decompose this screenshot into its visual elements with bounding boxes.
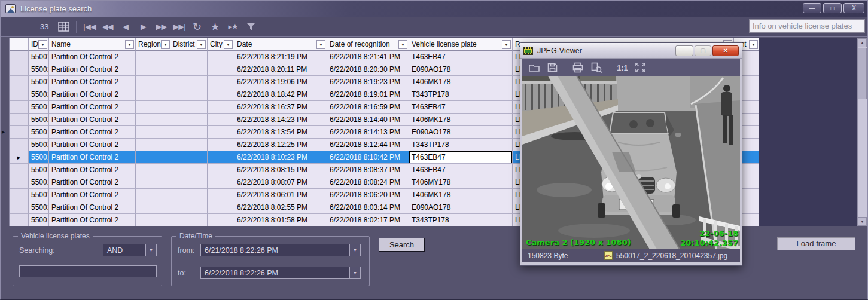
search-button[interactable]: Search	[379, 238, 425, 252]
cell-district[interactable]	[170, 114, 208, 126]
cell-id[interactable]: 550017	[29, 164, 49, 176]
cell-region[interactable]	[136, 176, 170, 189]
cell-region[interactable]	[136, 51, 170, 63]
cell-district[interactable]	[170, 139, 208, 151]
cell-id[interactable]: 550017	[29, 201, 49, 214]
cell-region[interactable]	[136, 63, 170, 76]
cell-date[interactable]: 6/22/2018 8:20:11 PM	[234, 63, 327, 76]
cell-recognized[interactable]: 6/22/2018 8:12:44 PM	[327, 139, 409, 151]
column-filter-icon[interactable]: ▼	[161, 40, 170, 49]
cell-city[interactable]	[208, 51, 234, 63]
cell-id[interactable]: 550017	[29, 151, 49, 164]
cell-region[interactable]	[136, 139, 170, 151]
cell-id[interactable]: 550017	[29, 51, 49, 63]
row-selector[interactable]	[10, 88, 29, 101]
row-selector[interactable]	[10, 126, 29, 139]
grid-view-icon[interactable]	[56, 20, 71, 34]
cell-name[interactable]: Partition Of Control 2	[49, 176, 136, 189]
cell-name[interactable]: Partition Of Control 2	[49, 201, 136, 214]
column-header-id[interactable]: ID▼	[29, 38, 49, 51]
column-header-district[interactable]: District▼	[170, 38, 208, 51]
column-filter-icon[interactable]: ▼	[125, 40, 134, 49]
bookmark-star-icon[interactable]: ★	[208, 20, 222, 34]
vertical-scrollbar[interactable]: ▲ ▼	[857, 38, 867, 226]
column-filter-icon[interactable]: ▼	[197, 40, 206, 49]
cell-region[interactable]	[136, 164, 170, 176]
column-header-name[interactable]: Name▼	[49, 38, 136, 51]
cell-region[interactable]	[136, 126, 170, 139]
row-selector[interactable]	[10, 214, 29, 226]
cell-region[interactable]	[136, 114, 170, 126]
cell-city[interactable]	[208, 151, 234, 164]
row-selector[interactable]: ▸	[10, 151, 29, 164]
cell-name[interactable]: Partition Of Control 2	[49, 63, 136, 76]
cell-plate[interactable]: T343TP178	[409, 214, 513, 226]
cell-city[interactable]	[208, 76, 234, 88]
cell-plate[interactable]: T463EB47	[409, 151, 513, 164]
cell-recognized[interactable]: 6/22/2018 8:02:17 PM	[327, 214, 409, 226]
to-datetime-combobox[interactable]: 6/22/2018 8:22:26 PM ▼	[200, 267, 361, 279]
print-icon[interactable]	[572, 62, 584, 73]
cell-region[interactable]	[136, 101, 170, 114]
cell-id[interactable]: 550017	[29, 214, 49, 226]
load-frame-button[interactable]: Load frame	[777, 237, 855, 250]
cell-date[interactable]: 6/22/2018 8:01:58 PM	[234, 214, 327, 226]
scroll-down-icon[interactable]: ▼	[858, 217, 867, 226]
cell-city[interactable]	[208, 114, 234, 126]
cell-date[interactable]: 6/22/2018 8:18:42 PM	[234, 88, 327, 101]
from-datetime-combobox[interactable]: 6/21/2018 8:22:26 PM ▼	[200, 244, 361, 256]
column-header-date[interactable]: Date▼	[234, 38, 327, 51]
cell-date[interactable]: 6/22/2018 8:08:15 PM	[234, 164, 327, 176]
column-filter-icon[interactable]: ▼	[316, 40, 325, 49]
cell-plate[interactable]: E090AO178	[409, 201, 513, 214]
row-selector[interactable]	[10, 101, 29, 114]
cell-date[interactable]: 6/22/2018 8:14:23 PM	[234, 114, 327, 126]
cell-id[interactable]: 550017	[29, 176, 49, 189]
actual-size-icon[interactable]: 1:1	[617, 63, 628, 72]
cell-district[interactable]	[170, 76, 208, 88]
column-filter-icon[interactable]: ▼	[502, 40, 511, 49]
cell-city[interactable]	[208, 176, 234, 189]
cell-name[interactable]: Partition Of Control 2	[49, 151, 136, 164]
cell-recognized[interactable]: 6/22/2018 8:19:23 PM	[327, 76, 409, 88]
cell-region[interactable]	[136, 151, 170, 164]
cell-recognized[interactable]: 6/22/2018 8:08:37 PM	[327, 164, 409, 176]
cell-plate[interactable]: E090AO178	[409, 126, 513, 139]
cell-id[interactable]: 550017	[29, 139, 49, 151]
row-selector[interactable]	[10, 189, 29, 201]
cell-city[interactable]	[208, 201, 234, 214]
first-record-icon[interactable]: |◀◀	[82, 20, 96, 34]
cell-recognized[interactable]: 6/22/2018 8:08:24 PM	[327, 176, 409, 189]
cell-region[interactable]	[136, 88, 170, 101]
cell-region[interactable]	[136, 214, 170, 226]
cell-district[interactable]	[170, 164, 208, 176]
cell-city[interactable]	[208, 214, 234, 226]
goto-bookmark-icon[interactable]: ▸★	[226, 20, 240, 34]
row-selector[interactable]	[10, 76, 29, 88]
cell-city[interactable]	[208, 63, 234, 76]
cell-recognized[interactable]: 6/22/2018 8:06:20 PM	[327, 189, 409, 201]
cell-recognized[interactable]: 6/22/2018 8:19:01 PM	[327, 88, 409, 101]
cell-city[interactable]	[208, 189, 234, 201]
cell-recognized[interactable]: 6/22/2018 8:16:59 PM	[327, 101, 409, 114]
cell-district[interactable]	[170, 63, 208, 76]
info-on-plates-box[interactable]	[749, 19, 865, 33]
cell-plate[interactable]: T463EB47	[409, 51, 513, 63]
cell-date[interactable]: 6/22/2018 8:08:07 PM	[234, 176, 327, 189]
cell-name[interactable]: Partition Of Control 2	[49, 214, 136, 226]
rewind-icon[interactable]: ◀◀	[100, 20, 114, 34]
scroll-up-icon[interactable]: ▲	[858, 38, 867, 47]
cell-id[interactable]: 550017	[29, 101, 49, 114]
cell-name[interactable]: Partition Of Control 2	[49, 126, 136, 139]
cell-id[interactable]: 550017	[29, 88, 49, 101]
cell-recognized[interactable]: 6/22/2018 8:14:13 PM	[327, 126, 409, 139]
row-selector[interactable]	[10, 201, 29, 214]
cell-plate[interactable]: T463EB47	[409, 164, 513, 176]
cell-region[interactable]	[136, 189, 170, 201]
cell-city[interactable]	[208, 139, 234, 151]
cell-id[interactable]: 550017	[29, 189, 49, 201]
cell-recognized[interactable]: 6/22/2018 8:21:41 PM	[327, 51, 409, 63]
cell-region[interactable]	[136, 201, 170, 214]
cell-date[interactable]: 6/22/2018 8:21:19 PM	[234, 51, 327, 63]
cell-city[interactable]	[208, 126, 234, 139]
